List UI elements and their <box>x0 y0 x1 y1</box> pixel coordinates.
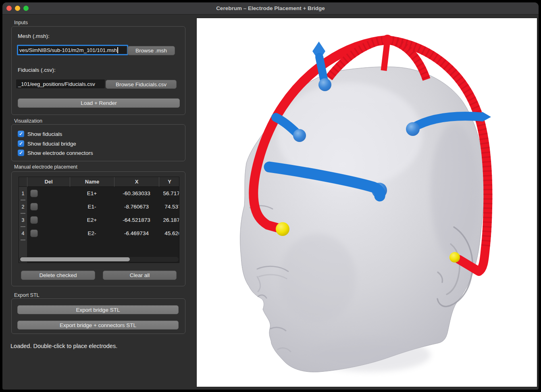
mesh-label: Mesh (.msh): <box>18 33 50 39</box>
viewport-3d[interactable] <box>196 18 537 387</box>
delete-checkbox[interactable] <box>30 203 38 211</box>
browse-mesh-button[interactable]: Browse .msh <box>127 46 175 55</box>
row-number: 2 <box>19 200 27 213</box>
export-bridge-stl-button[interactable]: Export bridge STL <box>17 305 179 314</box>
titlebar[interactable]: Cerebrum – Electrode Placement + Bridge <box>2 2 539 15</box>
checkbox-show-electrode-connectors[interactable]: ✓ Show electrode connectors <box>18 149 93 157</box>
checkbox-check-icon: ✓ <box>18 140 24 147</box>
electrodes-group-label: Manual electrode placement <box>14 164 77 170</box>
fiducials-path-input[interactable]: _101/eeg_positions/Fiducials.csv <box>16 79 105 88</box>
cell-x: -8.760673 <box>114 200 159 213</box>
checkbox-label: Show electrode connectors <box>27 150 93 156</box>
inputs-group-label: Inputs <box>14 20 28 25</box>
column-header-name[interactable]: Name <box>70 177 114 187</box>
text-caret <box>117 47 118 53</box>
window-title: Cerebrum – Electrode Placement + Bridge <box>2 2 539 15</box>
cell-y: 74.537 <box>159 200 179 213</box>
cell-x: -60.363033 <box>114 187 159 200</box>
row-number: 1 <box>19 187 27 200</box>
column-header-del[interactable]: Del <box>27 177 70 187</box>
fiducials-label: Fiducials (.csv): <box>18 67 56 73</box>
cell-name: E1+ <box>70 187 114 200</box>
cell-name: E2- <box>70 227 114 240</box>
table-horizontal-scrollbar[interactable] <box>19 257 179 262</box>
clear-all-button[interactable]: Clear all <box>103 271 177 280</box>
cell-x: -6.469734 <box>114 227 159 240</box>
app-window: Cerebrum – Electrode Placement + Bridge … <box>2 2 539 390</box>
export-group-label: Export STL <box>14 292 40 298</box>
export-bridge-connectors-stl-button[interactable]: Export bridge + connectors STL <box>17 321 179 329</box>
electrode-sphere <box>318 78 331 91</box>
mesh-path-value: ves/SimNIBS/sub-101/m2m_101/101.msh <box>19 47 117 53</box>
cell-y: 45.626 <box>159 227 179 240</box>
fiducial-sphere-eye <box>276 222 289 236</box>
jaw-shadow <box>310 338 431 372</box>
connector-right-tip <box>482 112 491 122</box>
checkbox-check-icon: ✓ <box>18 131 24 137</box>
electrode-sphere <box>406 122 420 136</box>
row-number: 3 <box>19 213 27 227</box>
screenshot-root: Cerebrum – Electrode Placement + Bridge … <box>0 0 541 392</box>
render-canvas <box>197 18 538 388</box>
cell-name: E1- <box>70 200 114 213</box>
delete-checkbox[interactable] <box>30 216 38 224</box>
column-header-y[interactable]: Y <box>159 177 179 187</box>
fiducial-sphere-ear <box>449 252 460 263</box>
cell-y: 56.7179 <box>159 187 179 200</box>
load-render-button[interactable]: Load + Render <box>18 98 180 108</box>
cheek-shadow <box>279 234 356 323</box>
electrode-sphere <box>293 129 306 142</box>
browse-fiducials-button[interactable]: Browse Fiducials.csv <box>106 80 177 89</box>
electrode-table[interactable]: Del Name X Y 1 2 3 4 E1+ -60.363033 56.7… <box>19 177 179 263</box>
checkbox-label: Show fiducials <box>27 131 62 137</box>
row-number-gutter: 1 2 3 4 <box>19 187 27 263</box>
cell-x: -64.521873 <box>114 213 159 227</box>
cell-name: E2+ <box>70 213 114 227</box>
column-header-x[interactable]: X <box>114 177 159 187</box>
delete-checkbox[interactable] <box>30 190 38 197</box>
checkbox-show-fiducial-bridge[interactable]: ✓ Show fiducial bridge <box>18 140 76 148</box>
delete-checkbox[interactable] <box>30 229 38 237</box>
bridge-apex <box>382 35 393 45</box>
fiducials-path-value: _101/eeg_positions/Fiducials.csv <box>18 81 95 87</box>
cell-y: 26.1876 <box>159 213 179 227</box>
checkbox-show-fiducials[interactable]: ✓ Show fiducials <box>18 130 62 138</box>
visualization-group-label: Visualization <box>14 118 42 124</box>
checkbox-label: Show fiducial bridge <box>27 141 76 147</box>
scrollbar-thumb[interactable] <box>20 257 130 261</box>
mesh-path-input[interactable]: ves/SimNIBS/sub-101/m2m_101/101.msh <box>17 45 128 55</box>
checkbox-check-icon: ✓ <box>18 150 24 156</box>
row-number: 4 <box>19 227 27 240</box>
side-shadow <box>431 123 479 260</box>
status-text: Loaded. Double-click to place electrodes… <box>10 343 117 349</box>
table-header-row: Del Name X Y <box>19 177 179 187</box>
delete-checked-button[interactable]: Delete checked <box>21 271 95 280</box>
